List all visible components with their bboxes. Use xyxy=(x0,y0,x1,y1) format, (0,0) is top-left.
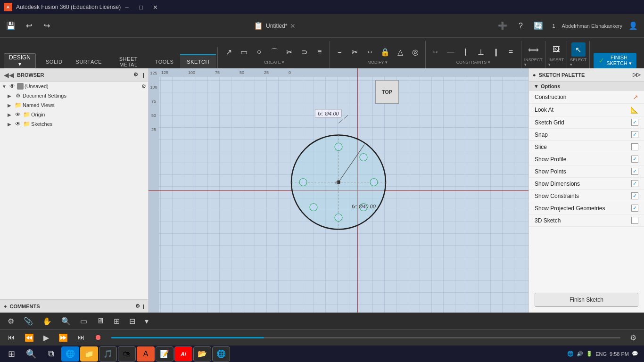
extend-tool[interactable]: ↔ xyxy=(363,45,377,59)
showprofile-checkbox[interactable] xyxy=(631,156,638,163)
anim-first-button[interactable]: ⏮ xyxy=(4,331,19,344)
refresh-button[interactable]: 🔄 xyxy=(531,19,545,33)
vertical-tool[interactable]: | xyxy=(459,45,473,59)
construction-icon[interactable]: ↗ xyxy=(633,93,638,101)
hole-bottom[interactable] xyxy=(335,214,342,222)
orbit-button[interactable]: ⚙ xyxy=(4,315,18,327)
anim-prev-button[interactable]: ⏪ xyxy=(21,331,38,344)
pan-button[interactable]: 📎 xyxy=(20,315,37,327)
hand-button[interactable]: ✋ xyxy=(39,315,56,327)
options-section-header[interactable]: ▼ Options xyxy=(529,82,644,91)
showdimensions-checkbox[interactable] xyxy=(631,180,638,187)
lookat-icon[interactable]: 📐 xyxy=(630,106,638,114)
redo-button[interactable]: ↪ xyxy=(40,19,54,33)
new-tab-button[interactable]: ➕ xyxy=(495,19,510,33)
save-button[interactable]: 💾 xyxy=(4,19,18,33)
adobe-app[interactable]: Ai xyxy=(174,346,192,362)
tree-item-unsaved[interactable]: ▼ 👁 (Unsaved) ⚙ xyxy=(0,82,148,91)
tree-item-namedviews[interactable]: ▶ 📁 Named Views xyxy=(0,100,148,110)
measure-tool[interactable]: ⟺ xyxy=(526,42,540,57)
mirror-tool[interactable]: ≡ xyxy=(313,45,327,59)
slice-checkbox[interactable] xyxy=(631,143,638,150)
extra-button[interactable]: ▾ xyxy=(141,315,152,327)
chrome-app[interactable]: 🌐 xyxy=(212,346,230,362)
timeline-bar[interactable] xyxy=(111,337,620,338)
sketchgrid-checkbox[interactable] xyxy=(631,119,638,126)
browser-collapse-button[interactable]: ◀◀ xyxy=(4,71,14,79)
tree-item-docsettings[interactable]: ▶ ⚙ Document Settings xyxy=(0,91,148,100)
comments-expand-icon[interactable]: | xyxy=(143,304,144,309)
search-button[interactable]: 🔍 xyxy=(22,346,41,362)
finish-sketch-button[interactable]: Finish Sketch xyxy=(535,293,638,307)
help-button[interactable]: ? xyxy=(513,19,528,33)
taskview-button[interactable]: ⧉ xyxy=(41,346,60,362)
dim-tool[interactable]: ↔ xyxy=(429,45,443,59)
tab-solid[interactable]: SOLID xyxy=(39,55,69,68)
close-button[interactable]: ✕ xyxy=(149,2,161,12)
anim-play-button[interactable]: ▶ xyxy=(40,331,53,344)
settings-icon-unsaved[interactable]: ⚙ xyxy=(141,83,146,90)
anim-settings-button[interactable]: ⚙ xyxy=(626,331,640,344)
edge-app[interactable]: 🌐 xyxy=(61,346,79,362)
design-dropdown[interactable]: DESIGN ▾ xyxy=(4,53,36,68)
hole-left[interactable] xyxy=(299,179,307,186)
palette-collapse-icon[interactable]: ● xyxy=(533,72,536,78)
offset-tool[interactable]: ⊃ xyxy=(297,45,312,59)
display-button[interactable]: 🖥 xyxy=(93,315,108,327)
store-app[interactable]: 🛍 xyxy=(118,346,136,362)
line-tool[interactable]: ↗ xyxy=(222,45,236,59)
palette-expand-icon[interactable]: ▷▷ xyxy=(633,72,640,78)
folder2-app[interactable]: 📂 xyxy=(193,346,211,362)
scale-tool[interactable]: △ xyxy=(393,45,407,59)
fillet-tool[interactable]: ⌣ xyxy=(333,45,347,59)
visibility-icon[interactable]: 👁 xyxy=(8,82,16,90)
3dsketch-checkbox[interactable] xyxy=(631,217,638,224)
circle-tool[interactable]: ○ xyxy=(252,45,266,59)
notepad-app[interactable]: 📝 xyxy=(156,346,173,362)
showpoints-checkbox[interactable] xyxy=(631,168,638,175)
media-app[interactable]: 🎵 xyxy=(99,346,117,362)
tree-item-origin[interactable]: ▶ 👁 📁 Origin xyxy=(0,110,148,119)
equal-tool[interactable]: = xyxy=(504,45,518,59)
hole-top[interactable] xyxy=(335,143,342,151)
showprojected-checkbox[interactable] xyxy=(631,205,638,212)
visibility-sketches[interactable]: 👁 xyxy=(14,120,22,128)
insert-image-tool[interactable]: 🖼 xyxy=(549,42,563,57)
anim-record-button[interactable]: ⏺ xyxy=(91,331,106,344)
anim-next-button[interactable]: ⏩ xyxy=(55,331,72,344)
tab-surface[interactable]: SURFACE xyxy=(69,55,108,68)
undo-button[interactable]: ↩ xyxy=(22,19,36,33)
view-cube[interactable]: TOP xyxy=(368,80,406,118)
hole-tr[interactable] xyxy=(360,154,367,161)
notification-icon[interactable]: 💬 xyxy=(632,351,638,357)
fusion360-app[interactable]: A xyxy=(137,346,155,362)
tab-sheetmetal[interactable]: SHEET METAL xyxy=(108,55,149,68)
browser-expand-icon[interactable]: | xyxy=(143,72,144,78)
minimize-button[interactable]: – xyxy=(121,2,133,12)
grid-button[interactable]: ⊞ xyxy=(110,315,124,327)
hole-right[interactable] xyxy=(370,179,378,186)
horizontal-tool[interactable]: — xyxy=(444,45,458,59)
view-cube-top[interactable]: TOP xyxy=(375,80,399,104)
trim-tool[interactable]: ✂ xyxy=(282,45,297,59)
close-doc-button[interactable]: ✕ xyxy=(290,22,296,30)
parallel-tool[interactable]: ∥ xyxy=(489,45,503,59)
hole-bl[interactable] xyxy=(310,204,317,211)
anim-last-button[interactable]: ⏭ xyxy=(74,331,89,344)
maximize-button[interactable]: □ xyxy=(135,2,147,12)
perp-tool[interactable]: ⊥ xyxy=(474,45,488,59)
start-button[interactable]: ⊞ xyxy=(2,346,21,362)
browser-settings-icon[interactable]: ⚙ xyxy=(133,72,138,78)
finish-sketch-top-button[interactable]: ✓ FINISH SKETCH ▾ xyxy=(594,53,636,68)
select-tool[interactable]: ↖ xyxy=(571,42,586,57)
rect-tool[interactable]: ▭ xyxy=(237,45,251,59)
tab-tools[interactable]: TOOLS xyxy=(149,55,181,68)
snap-checkbox[interactable] xyxy=(631,131,638,138)
comments-settings-icon[interactable]: ⚙ xyxy=(135,303,140,309)
arc-tool[interactable]: ⌒ xyxy=(267,45,281,59)
account-button[interactable]: 👤 xyxy=(626,19,640,33)
tree-item-sketches[interactable]: ▶ 👁 📁 Sketches xyxy=(0,119,148,129)
explorer-app[interactable]: 📁 xyxy=(80,346,98,362)
canvas-area[interactable]: 125 100 75 50 25 125 100 75 50 25 0 TOP xyxy=(149,68,528,313)
tab-sketch[interactable]: SKETCH xyxy=(180,54,216,68)
